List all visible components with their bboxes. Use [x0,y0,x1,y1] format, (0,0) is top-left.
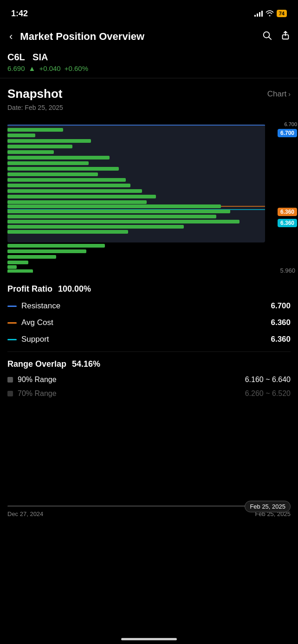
resistance-row: Resistance 6.700 [7,301,291,311]
svg-rect-13 [7,161,89,165]
ticker-symbol2: SIA [32,52,48,62]
resistance-price-label: 6.700 [284,121,297,127]
svg-rect-17 [7,184,130,187]
search-icon[interactable] [262,30,272,43]
svg-rect-32 [7,269,33,273]
svg-rect-20 [7,200,147,204]
svg-rect-25 [7,225,184,229]
resistance-line-icon [7,306,17,307]
snapshot-section-header: Snapshot Chart › [0,78,298,104]
svg-rect-22 [7,210,230,213]
avgcost-value: 6.360 [271,318,291,327]
status-icons: 74 [254,10,287,18]
timeline-section: Feb 25, 2025 Dec 27, 2024 Feb 25, 2025 [0,505,298,527]
profit-ratio-label: Profit Ratio [7,284,52,294]
support-value: 6.360 [271,335,291,344]
svg-rect-12 [7,156,110,159]
range-overlap-header: Range Overlap 54.16% [7,359,291,369]
range-90-label: 90% Range [18,376,57,384]
timeline-start-date: Dec 27, 2024 [7,510,43,517]
page-title: Market Position Overview [20,31,256,43]
battery-indicator: 74 [277,10,287,17]
range-overlap-value: 54.16% [72,359,100,369]
home-bar [121,638,177,640]
ticker-price-row: 6.690 ▲ +0.040 +0.60% [7,64,291,72]
svg-rect-9 [7,139,91,143]
svg-rect-18 [7,189,142,193]
support-name: Support [21,335,49,344]
range-90-value: 6.160 ~ 6.640 [245,376,291,384]
avgcost-line-icon [7,322,17,324]
header-nav: ‹ Market Position Overview [0,25,298,50]
svg-rect-26 [7,230,128,234]
date-label: Date: Feb 25, 2025 [0,104,298,115]
ticker-symbols: C6L SIA [7,52,291,63]
svg-rect-30 [7,261,28,264]
stats-section: Profit Ratio 100.00% Resistance 6.700 Av… [0,277,298,398]
avgcost-indicator-left: Avg Cost [7,318,53,327]
avgcost-name: Avg Cost [21,318,53,327]
svg-rect-29 [7,255,56,259]
svg-rect-14 [7,167,119,171]
range-90-row: 90% Range 6.160 ~ 6.640 [7,376,291,384]
svg-rect-23 [7,215,216,218]
ticker-info: C6L SIA 6.690 ▲ +0.040 +0.60% [0,50,298,78]
range-90-square-icon [7,377,13,383]
svg-rect-31 [7,265,17,269]
svg-rect-21 [7,204,221,208]
price-arrow-icon: ▲ [29,64,36,72]
profit-ratio-row: Profit Ratio 100.00% [7,284,291,294]
share-icon[interactable] [280,30,291,43]
resistance-name: Resistance [21,301,60,311]
chart-link[interactable]: Chart › [267,89,291,99]
svg-rect-10 [7,145,72,148]
range-70-row: 70% Range 6.260 ~ 6.520 [7,389,291,398]
svg-line-1 [269,37,271,39]
header-actions [262,30,291,43]
resistance-indicator-left: Resistance [7,301,60,311]
svg-rect-19 [7,195,156,198]
status-bar: 1:42 74 [0,0,298,25]
range-90-left: 90% Range [7,376,57,384]
timeline-current-date-badge: Feb 25, 2025 [245,501,291,512]
chart-link-label: Chart [267,89,287,99]
svg-rect-27 [7,244,105,248]
support-line-icon [7,339,17,340]
range-70-label: 70% Range [18,389,57,398]
resistance-badge: 6.700 [278,129,297,137]
timeline-bar-container[interactable]: Feb 25, 2025 [7,505,291,507]
svg-rect-16 [7,178,126,182]
chart-area: 6.700 6.700 6.360 6.360 5.960 [7,115,298,275]
snapshot-title: Snapshot [7,87,62,101]
chevron-right-icon: › [288,90,291,98]
divider [7,351,291,352]
signal-icon [254,10,263,17]
svg-rect-8 [7,134,35,137]
resistance-value: 6.700 [271,301,291,311]
avgcost-badge: 6.360 [278,208,297,216]
wifi-icon [266,10,274,18]
svg-rect-15 [7,172,98,176]
chart-right-labels: 6.700 6.700 6.360 6.360 [278,121,297,227]
price-pct: +0.60% [65,64,88,72]
bottom-price-label: 5.960 [280,267,295,274]
ticker-symbol1: C6L [7,52,25,62]
price-change: +0.040 [39,64,60,72]
svg-rect-24 [7,220,240,223]
price-value: 6.690 [7,64,25,72]
support-row: Support 6.360 [7,335,291,344]
range-70-left: 70% Range [7,389,57,398]
range-70-value: 6.260 ~ 6.520 [245,389,291,398]
svg-rect-7 [7,128,63,132]
profit-ratio-value: 100.00% [58,284,91,294]
back-button[interactable]: ‹ [7,29,14,45]
bar-chart-svg [7,115,272,273]
support-badge: 6.360 [278,219,297,227]
range-overlap-label: Range Overlap [7,359,66,369]
timeline-pill: Feb 25, 2025 [245,501,291,512]
avgcost-row: Avg Cost 6.360 [7,318,291,327]
svg-rect-28 [7,249,86,253]
support-indicator-left: Support [7,335,49,344]
timeline-track: Feb 25, 2025 [7,505,291,507]
spacer [0,403,298,505]
